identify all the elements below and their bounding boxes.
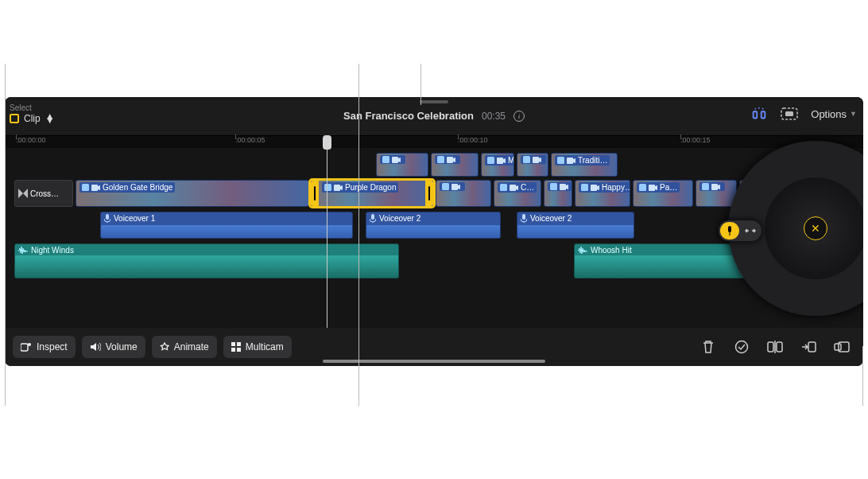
trim-handle-left[interactable] — [311, 181, 319, 206]
connected-clip[interactable]: M… — [481, 153, 514, 177]
trim-handle-right[interactable] — [425, 181, 433, 206]
camera-icon — [497, 158, 506, 164]
music-clip[interactable]: Night Winds — [14, 243, 399, 278]
trash-icon — [702, 340, 715, 354]
drag-handle[interactable] — [420, 100, 448, 103]
annotation-line — [358, 64, 359, 406]
insert-icon — [800, 341, 816, 353]
multicam-icon — [231, 342, 241, 352]
svg-rect-27 — [581, 184, 588, 191]
placeholder-icon — [702, 183, 709, 190]
volume-button[interactable]: Volume — [82, 336, 145, 358]
svg-point-3 — [758, 107, 760, 109]
svg-rect-10 — [447, 157, 453, 163]
svg-rect-17 — [82, 184, 89, 191]
placeholder-icon — [581, 184, 588, 191]
svg-rect-44 — [237, 342, 241, 346]
svg-rect-53 — [835, 344, 841, 350]
annotation-line — [420, 64, 421, 105]
animate-icon — [160, 342, 169, 352]
svg-point-47 — [736, 341, 748, 353]
svg-rect-29 — [639, 184, 646, 191]
camera-icon — [334, 185, 343, 191]
placeholder-icon — [550, 183, 557, 190]
connected-clip[interactable] — [376, 153, 428, 177]
jog-mode-switch[interactable] — [719, 220, 761, 241]
video-clip[interactable] — [544, 180, 572, 207]
jog-mode-nudge[interactable] — [720, 222, 739, 240]
video-clip-selected[interactable]: Purple Dragon — [310, 180, 434, 207]
inspect-button[interactable]: Inspect — [13, 336, 76, 358]
overwrite-icon — [834, 341, 850, 353]
placeholder-icon — [437, 156, 444, 163]
clip-mode-icon — [10, 114, 19, 123]
voiceover-clip[interactable]: Voiceover 1 — [100, 212, 353, 239]
animate-button[interactable]: Animate — [152, 336, 217, 358]
stepper-arrows-icon[interactable]: ▲▼ — [45, 115, 55, 123]
transition-clip[interactable]: Cross… — [14, 180, 73, 207]
svg-rect-6 — [785, 111, 793, 116]
svg-rect-37 — [371, 214, 374, 220]
svg-rect-15 — [557, 157, 564, 164]
video-clip[interactable]: C… — [494, 180, 541, 207]
playhead-knob[interactable] — [323, 135, 331, 150]
voiceover-clip[interactable]: Voiceover 2 — [366, 212, 501, 239]
svg-rect-13 — [523, 156, 530, 163]
insert-button[interactable] — [795, 336, 822, 358]
split-icon — [767, 341, 783, 353]
camera-icon — [91, 185, 100, 191]
camera-icon — [649, 185, 657, 191]
video-clip[interactable]: Golden Gate Bridge — [76, 180, 309, 207]
magnetic-icon[interactable] — [750, 105, 768, 123]
placeholder-icon — [523, 156, 530, 163]
svg-rect-16 — [567, 158, 573, 164]
options-menu[interactable]: Options ▼ — [811, 108, 857, 120]
camera-icon — [533, 157, 541, 163]
svg-rect-31 — [702, 183, 709, 190]
placeholder-icon — [382, 156, 389, 163]
playhead[interactable] — [327, 135, 327, 328]
overwrite-button[interactable] — [828, 336, 855, 358]
connected-clip[interactable] — [517, 153, 548, 177]
svg-rect-39 — [522, 214, 525, 220]
timeline-topbar: Select Clip ▲▼ San Francisco Celebration… — [5, 97, 863, 135]
ruler-tick: :00:00:10 — [458, 136, 488, 144]
svg-rect-12 — [497, 158, 503, 164]
svg-rect-32 — [711, 184, 718, 190]
svg-rect-48 — [768, 342, 773, 352]
placeholder-icon — [500, 184, 507, 191]
connected-clip[interactable] — [431, 153, 479, 177]
jog-close-button[interactable]: ✕ — [804, 216, 827, 240]
waveform-icon — [18, 247, 28, 255]
ruler-tick: :00:00:05 — [235, 136, 265, 144]
multicam-button[interactable]: Multicam — [223, 336, 292, 358]
selection-mode-control[interactable]: Select Clip ▲▼ — [10, 103, 55, 124]
camera-icon — [567, 158, 575, 164]
placeholder-icon — [324, 184, 331, 191]
svg-rect-54 — [728, 226, 731, 232]
ruler-tick: :00:00:15 — [680, 136, 711, 144]
svg-rect-19 — [324, 184, 331, 191]
video-clip[interactable]: Pa… — [633, 180, 693, 207]
video-clip[interactable] — [436, 180, 491, 207]
checkmark-circle-icon — [734, 340, 749, 354]
delete-button[interactable] — [695, 336, 722, 358]
svg-point-4 — [762, 108, 764, 110]
info-icon[interactable]: i — [513, 111, 525, 122]
svg-rect-43 — [231, 342, 235, 346]
placeholder-icon — [639, 184, 646, 191]
enable-button[interactable] — [728, 336, 755, 358]
chevron-down-icon: ▼ — [850, 110, 857, 118]
video-clip[interactable]: Happy… — [575, 180, 630, 207]
svg-rect-20 — [334, 185, 340, 191]
connected-clip[interactable]: Traditi… — [551, 153, 618, 177]
voiceover-clip[interactable]: Voiceover 2 — [517, 212, 634, 239]
timeline-index-icon[interactable] — [781, 105, 798, 123]
camera-icon — [392, 157, 401, 163]
mic-icon — [521, 214, 527, 223]
svg-rect-8 — [392, 157, 398, 163]
camera-icon — [447, 157, 455, 163]
jog-mode-shuttle[interactable] — [741, 222, 760, 240]
svg-rect-51 — [808, 342, 816, 352]
split-button[interactable] — [761, 336, 789, 358]
